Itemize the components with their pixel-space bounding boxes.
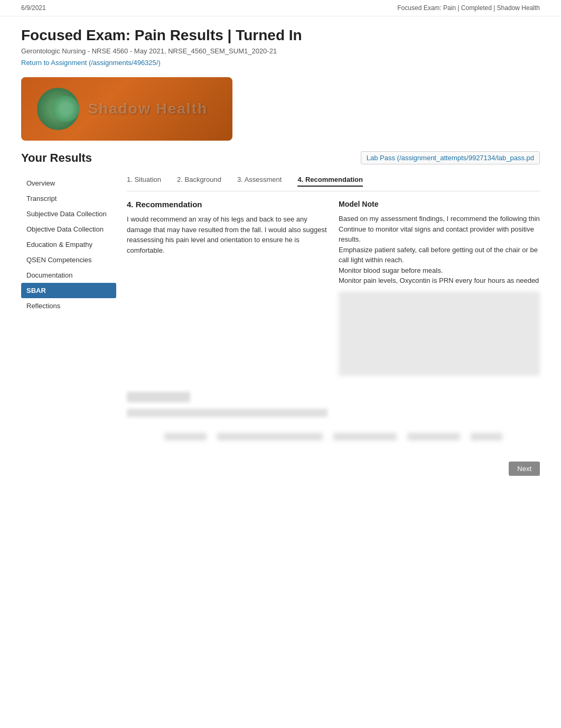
model-note-heading: Model Note [339,200,540,208]
sidebar-item-reflections[interactable]: Reflections [21,298,116,314]
main-panel: 1. Situation 2. Background 3. Assessment… [127,176,540,486]
main-content: Focused Exam: Pain Results | Turned In G… [0,16,561,497]
blurred-footer [127,433,540,440]
next-button[interactable]: Next [509,462,540,476]
sidebar-item-transcript[interactable]: Transcript [21,191,116,206]
model-note-line2: Continue to monitor vital signs and cont… [339,224,540,245]
sidebar-item-overview[interactable]: Overview [21,176,116,191]
sidebar-item-qsen[interactable]: QSEN Competencies [21,252,116,268]
tab-assessment[interactable]: 3. Assessment [237,176,282,187]
footer-pagination: Next [127,462,540,486]
model-note-blurred [339,291,540,376]
right-column: Model Note Based on my assessment findin… [339,200,540,376]
blurred-footer-item-1 [164,433,207,440]
content-area: Overview Transcript Subjective Data Coll… [21,176,540,486]
recommendation-body: I would recommend an xray of his legs an… [127,214,328,255]
blurred-score-bar [127,409,328,417]
model-note-line1: Based on my assessment findings, I recom… [339,214,540,224]
recommendation-heading: 4. Recommendation [127,200,328,209]
logo-area: Shadow Health [21,77,540,141]
sidebar: Overview Transcript Subjective Data Coll… [21,176,116,486]
two-column-content: 4. Recommendation I would recommend an x… [127,200,540,376]
blurred-footer-item-4 [407,433,460,440]
sbar-tabs: 1. Situation 2. Background 3. Assessment… [127,176,540,191]
return-to-assignment-link[interactable]: Return to Assignment (/assignments/49632… [21,59,161,67]
blurred-footer-item-2 [217,433,323,440]
bottom-blurred-section [127,392,540,417]
tab-recommendation[interactable]: 4. Recommendation [297,176,363,187]
page-title: Focused Exam: Pain Results | Turned In [21,27,540,44]
results-header: Your Results Lab Pass (/assignment_attem… [21,151,540,165]
model-note-line4: Monitor blood sugar before meals. [339,265,540,276]
sidebar-item-documentation[interactable]: Documentation [21,268,116,283]
subtitle: Gerontologic Nursing - NRSE 4560 - May 2… [21,47,540,55]
top-bar: 6/9/2021 Focused Exam: Pain | Completed … [0,0,561,16]
top-bar-date: 6/9/2021 [21,4,46,12]
lab-pass-link[interactable]: Lab Pass (/assignment_attempts/9927134/l… [361,151,540,164]
top-bar-title: Focused Exam: Pain | Completed | Shadow … [397,4,540,12]
blurred-footer-item-3 [333,433,397,440]
logo-text: Shadow Health [88,100,208,117]
sidebar-item-sbar[interactable]: SBAR [21,283,116,298]
blurred-footer-item-5 [471,433,502,440]
blurred-score-title [127,392,190,402]
tab-situation[interactable]: 1. Situation [127,176,161,187]
sidebar-item-objective[interactable]: Objective Data Collection [21,222,116,237]
sidebar-item-education[interactable]: Education & Empathy [21,237,116,252]
model-note-line5: Monitor pain levels, Oxycontin is PRN ev… [339,275,540,286]
sidebar-item-subjective[interactable]: Subjective Data Collection [21,206,116,222]
tab-background[interactable]: 2. Background [177,176,221,187]
shadow-health-logo: Shadow Health [21,77,232,141]
left-column: 4. Recommendation I would recommend an x… [127,200,328,376]
model-note-line3: Emphasize patient safety, call before ge… [339,245,540,265]
your-results-title: Your Results [21,151,92,165]
